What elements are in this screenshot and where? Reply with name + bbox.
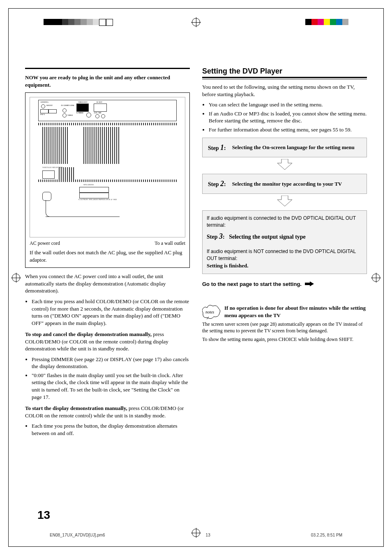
color-chips-right xyxy=(305,19,348,25)
notes-title: If no operation is done for about five m… xyxy=(224,304,367,319)
color-chip xyxy=(74,19,81,25)
color-chip xyxy=(93,19,99,25)
diagram-label-outlet: To a wall outlet xyxy=(154,240,185,246)
left-para2: To stop and cancel the display demonstra… xyxy=(25,331,190,352)
info-box: If audio equipment is connected to the D… xyxy=(202,210,367,274)
left-para3: To start the display demonstration manua… xyxy=(25,405,190,419)
color-chip xyxy=(56,19,62,25)
footer-timestamp: 03.2.25, 8:51 PM xyxy=(311,533,342,537)
color-chip xyxy=(81,19,87,25)
list-item: "0:00" flashes in the main display until… xyxy=(32,372,190,401)
left-para1: When you connect the AC power cord into … xyxy=(25,273,190,295)
aux-right-jack-icon xyxy=(95,114,99,118)
diagram-label-cord: AC power cord xyxy=(30,240,60,246)
power-cord-line-icon xyxy=(46,216,120,217)
list-item: If an Audio CD or MP3 disc is loaded, yo… xyxy=(209,110,367,124)
info-line2: If audio equipment is NOT connected to t… xyxy=(207,248,362,262)
voltage-selector-icon xyxy=(42,170,55,179)
section-rule xyxy=(202,77,367,79)
footer-file: EN08_17UX_A7DVD[UJ].pm6 xyxy=(50,533,105,537)
rule-top-left xyxy=(25,68,190,69)
cord-grommet-icon xyxy=(42,192,51,201)
color-chip xyxy=(324,19,330,25)
notes-row: notes If no operation is done for about … xyxy=(202,304,367,319)
color-chip xyxy=(342,19,348,25)
registration-mark-top xyxy=(192,18,200,26)
bullets-intro: You can select the language used in the … xyxy=(202,101,367,133)
color-chip xyxy=(68,19,74,25)
list-item: Pressing DIMMER (see page 22) or DISPLAY… xyxy=(32,356,190,370)
diagram-frame: ANTENNA AM EXT FM 75 AV COMPU LINK VIDEO… xyxy=(25,92,190,268)
color-chip xyxy=(311,19,318,25)
bullets-cancel-demo: Pressing DIMMER (see page 22) or DISPLAY… xyxy=(25,356,190,401)
notes-body2: To show the setting menu again, press CH… xyxy=(202,336,367,343)
color-chip xyxy=(62,19,68,25)
next-page-line: Go to the next page to start the setting… xyxy=(202,281,367,288)
arrow-down-icon xyxy=(277,196,293,207)
arrow-down-1 xyxy=(202,159,367,173)
bullets-start-demo: Each time you press the button, the disp… xyxy=(25,422,190,437)
page-number: 13 xyxy=(37,509,50,522)
av-out-jack-icon xyxy=(94,104,107,112)
registration-mark-bottom xyxy=(192,529,200,537)
color-chip xyxy=(50,19,56,25)
right-intro: You need to set the following, using the… xyxy=(202,83,367,98)
list-item: Each time you press and hold COLOR/DEMO … xyxy=(32,298,190,327)
right-column: Setting the DVD Player You need to set t… xyxy=(202,66,367,441)
power-cord-icon xyxy=(46,200,58,217)
section-title: Setting the DVD Player xyxy=(202,66,367,76)
speaker-terminal-bottom-icon xyxy=(79,193,109,198)
color-chips-left xyxy=(44,19,113,26)
color-chip xyxy=(336,19,342,25)
speaker-terminal-top-icon xyxy=(79,187,109,193)
vent-row-icon xyxy=(38,123,177,125)
list-item: For further information about the settin… xyxy=(209,126,367,134)
aux-left-jack-icon xyxy=(101,114,105,118)
arrow-down-icon xyxy=(277,159,293,170)
color-chip xyxy=(87,19,93,25)
step-1-box: Step 1: Selecting the On-screen language… xyxy=(202,138,367,157)
diagram-caption: If the wall outlet does not match the AC… xyxy=(30,249,185,263)
rear-panel-diagram: ANTENNA AM EXT FM 75 AV COMPU LINK VIDEO… xyxy=(30,97,185,237)
list-item: You can select the language used in the … xyxy=(209,101,367,108)
footer-page: 13 xyxy=(206,533,210,537)
arrow-right-icon xyxy=(305,281,314,288)
vent-row-bottom-icon xyxy=(38,180,177,182)
heatsink-right-icon xyxy=(83,127,120,164)
svg-text:notes: notes xyxy=(205,310,214,314)
step-2-box: Step 2: Selecting the monitor type accor… xyxy=(202,174,367,193)
registration-mark-left xyxy=(12,274,20,282)
left-column: NOW you are ready to plug in the unit an… xyxy=(25,66,190,441)
s-video-jack-icon xyxy=(86,113,91,117)
list-item: Each time you press the button, the disp… xyxy=(32,422,190,437)
am-loop-jack-icon xyxy=(48,109,57,113)
arrow-down-2 xyxy=(202,196,367,209)
bullets-demo-toggle: Each time you press and hold COLOR/DEMO … xyxy=(25,298,190,327)
content-columns: NOW you are ready to plug in the unit an… xyxy=(25,66,367,441)
info-line3: Setting is finished. xyxy=(207,262,362,269)
registration-mark-right xyxy=(372,274,380,282)
color-chip xyxy=(305,19,311,25)
color-chip xyxy=(44,19,50,25)
color-chip xyxy=(99,19,106,26)
notes-icon: notes xyxy=(202,304,221,319)
fm-jack-icon xyxy=(40,109,48,113)
video-jack-icon xyxy=(62,113,67,117)
heatsink-left-icon xyxy=(42,127,68,164)
left-intro: NOW you are ready to plug in the unit an… xyxy=(25,74,190,88)
antenna-jack-icon xyxy=(41,104,45,108)
notes-body1: The screen saver screen (see page 28) au… xyxy=(202,321,367,334)
page-frame: NOW you are ready to plug in the unit an… xyxy=(8,8,384,547)
color-chip xyxy=(318,19,324,25)
video-out-select-icon xyxy=(76,104,89,112)
color-chip xyxy=(106,19,113,26)
av-link-jack-icon xyxy=(62,108,67,113)
info-line1: If audio equipment is connected to the D… xyxy=(207,215,362,229)
color-chip xyxy=(330,19,336,25)
